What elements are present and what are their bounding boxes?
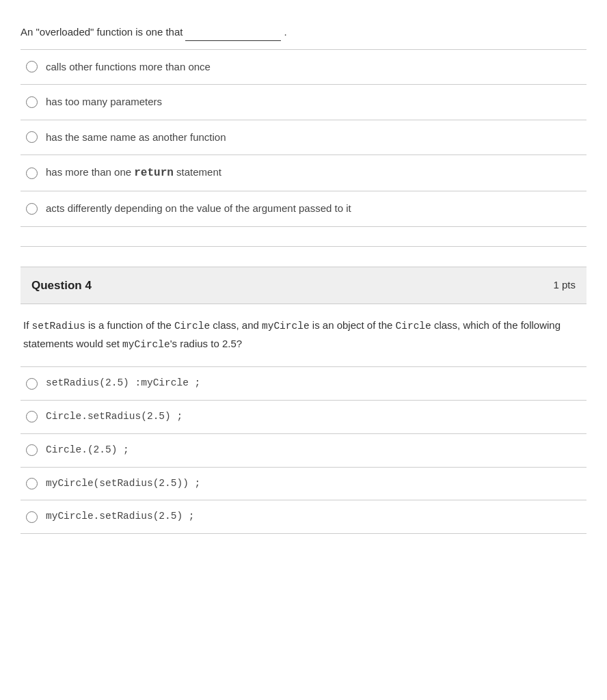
q3-option-3[interactable]: has the same name as another function — [21, 120, 586, 156]
q4-mycircle-ref1: myCircle — [262, 321, 310, 332]
q4-option-3-text: Circle.(2.5) ; — [46, 443, 129, 458]
q3-prompt: An "overloaded" function is one that . — [21, 14, 586, 49]
q4-option-4[interactable]: myCircle(setRadius(2.5)) ; — [21, 468, 586, 501]
q4-mycircle-ref2: myCircle — [122, 339, 170, 350]
q4-circle-ref1: Circle — [174, 321, 210, 332]
q4-header: Question 4 1 pts — [21, 267, 586, 305]
q3-options-list: calls other functions more than once has… — [21, 49, 586, 227]
q3-return-keyword: return — [134, 167, 174, 179]
q4-option-1[interactable]: setRadius(2.5) :myCircle ; — [21, 367, 586, 401]
q4-option-2[interactable]: Circle.setRadius(2.5) ; — [21, 401, 586, 434]
q4-radio-5[interactable] — [26, 511, 38, 523]
q3-radio-5[interactable] — [26, 203, 38, 215]
q4-option-3[interactable]: Circle.(2.5) ; — [21, 434, 586, 468]
section-gap — [21, 227, 586, 246]
q4-option-5[interactable]: myCircle.setRadius(2.5) ; — [21, 500, 586, 534]
q4-option-5-text: myCircle.setRadius(2.5) ; — [46, 509, 195, 524]
q3-option-4[interactable]: has more than one return statement — [21, 155, 586, 191]
q4-title: Question 4 — [31, 277, 92, 295]
q4-radio-4[interactable] — [26, 478, 38, 489]
q3-option-3-text: has the same name as another function — [46, 130, 226, 146]
q3-option-1-text: calls other functions more than once — [46, 59, 211, 75]
q3-radio-3[interactable] — [26, 131, 38, 143]
q3-prompt-text: An "overloaded" function is one that — [21, 26, 183, 38]
q3-option-2[interactable]: has too many parameters — [21, 85, 586, 120]
section-divider — [21, 246, 586, 253]
q3-blank — [185, 25, 281, 41]
q4-radio-2[interactable] — [26, 411, 38, 422]
q3-option-5-text: acts differently depending on the value … — [46, 201, 351, 217]
q3-prompt-period: . — [284, 26, 286, 38]
page-container: An "overloaded" function is one that . c… — [0, 0, 607, 548]
q4-option-4-text: myCircle(setRadius(2.5)) ; — [46, 476, 200, 492]
q3-option-4-text: has more than one return statement — [46, 165, 221, 181]
q4-body: If setRadius is a function of the Circle… — [21, 304, 586, 358]
q4-points: 1 pts — [553, 278, 576, 293]
q4-option-1-text: setRadius(2.5) :myCircle ; — [46, 376, 200, 391]
q3-option-2-text: has too many parameters — [46, 94, 162, 110]
q4-setradius-ref: setRadius — [32, 321, 85, 332]
q4-radio-3[interactable] — [26, 444, 38, 456]
q3-radio-4[interactable] — [26, 167, 38, 179]
q4-radio-1[interactable] — [26, 378, 38, 390]
q3-option-1[interactable]: calls other functions more than once — [21, 50, 586, 85]
q3-option-5[interactable]: acts differently depending on the value … — [21, 191, 586, 227]
q4-option-2-text: Circle.setRadius(2.5) ; — [46, 409, 183, 425]
q3-radio-2[interactable] — [26, 96, 38, 108]
q3-radio-1[interactable] — [26, 61, 38, 72]
q4-circle-ref2: Circle — [396, 321, 431, 332]
q4-options-list: setRadius(2.5) :myCircle ; Circle.setRad… — [21, 366, 586, 534]
